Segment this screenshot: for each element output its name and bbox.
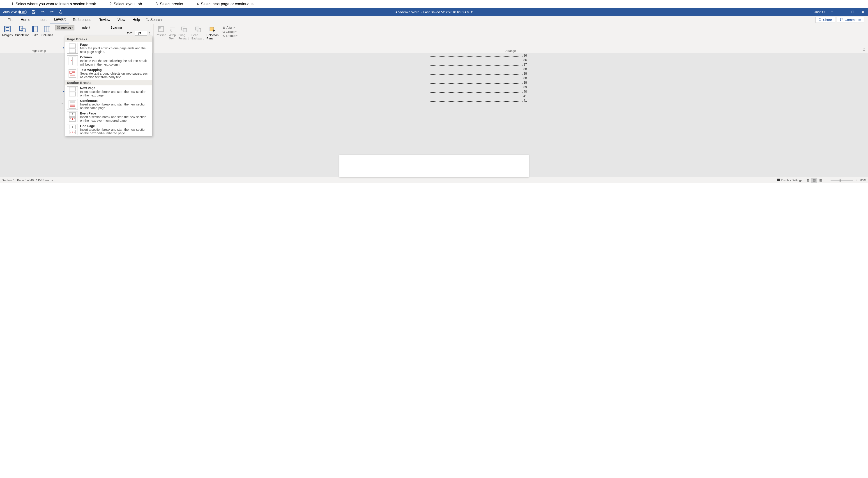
- share-icon: [818, 18, 822, 22]
- zoom-out-button[interactable]: −: [826, 178, 828, 182]
- rotate-button[interactable]: ⟲ Rotate ▾: [223, 34, 238, 38]
- indent-label: Indent: [82, 26, 90, 29]
- zoom-level[interactable]: 80%: [860, 178, 866, 182]
- tab-file[interactable]: File: [4, 16, 17, 23]
- chevron-down-icon: ▾: [72, 27, 73, 29]
- search-icon: [146, 18, 149, 22]
- breaks-button[interactable]: Breaks ▾: [55, 25, 74, 30]
- chevron-right-icon: ▸: [63, 46, 65, 49]
- group-button[interactable]: ⧉ Group ▾: [223, 30, 238, 34]
- tab-view[interactable]: View: [114, 16, 129, 23]
- columns-button[interactable]: Columns: [41, 25, 53, 49]
- break-option-page[interactable]: ▸ PageMark the point at which one page e…: [65, 42, 152, 55]
- bring-forward-icon: [180, 25, 188, 33]
- break-option-even-page[interactable]: 24 Even PageInsert a section break and s…: [65, 111, 152, 123]
- wrap-text-button[interactable]: Wrap Text: [168, 25, 176, 40]
- share-button[interactable]: Share: [815, 17, 835, 23]
- size-icon: [32, 25, 39, 33]
- zoom-in-button[interactable]: +: [856, 178, 858, 182]
- monitor-icon: [777, 178, 780, 182]
- status-words[interactable]: 11588 words: [36, 178, 53, 182]
- svg-text:3: 3: [72, 131, 73, 133]
- zoom-slider[interactable]: [831, 180, 853, 181]
- qat-customize-icon[interactable]: ▾: [67, 11, 68, 13]
- rotate-icon: ⟲: [223, 34, 225, 38]
- web-layout-icon[interactable]: ▦: [818, 178, 824, 183]
- tab-layout[interactable]: Layout: [50, 16, 69, 24]
- margins-icon: [4, 25, 11, 33]
- send-backward-icon: [194, 25, 202, 33]
- ribbon-display-icon[interactable]: ▭: [829, 10, 835, 14]
- send-backward-button[interactable]: Send Backward: [191, 25, 204, 40]
- selection-pane-icon: [209, 25, 216, 33]
- break-option-column[interactable]: ColumnIndicate that the text following t…: [65, 55, 152, 67]
- position-button[interactable]: Position: [156, 25, 166, 37]
- close-icon[interactable]: ✕: [860, 10, 866, 14]
- tab-help[interactable]: Help: [129, 16, 144, 23]
- svg-rect-9: [44, 26, 50, 32]
- svg-rect-12: [57, 26, 59, 27]
- even-page-break-icon: 24: [67, 111, 78, 123]
- selection-pane-button[interactable]: Selection Pane: [207, 25, 219, 40]
- tab-insert[interactable]: Insert: [34, 16, 50, 23]
- size-button[interactable]: Size: [32, 25, 39, 49]
- bring-forward-button[interactable]: Bring Forward: [178, 25, 189, 40]
- status-section[interactable]: Section: 1: [2, 178, 15, 182]
- spinner-before[interactable]: ▲▼: [149, 32, 150, 35]
- tab-review[interactable]: Review: [95, 16, 114, 23]
- comments-button[interactable]: Comments: [837, 17, 864, 23]
- save-icon[interactable]: [31, 10, 36, 14]
- page-break-icon: [67, 43, 78, 54]
- svg-text:4: 4: [72, 118, 73, 121]
- document-title[interactable]: Academia Word - Last Saved 5/12/2018 6:4…: [395, 10, 473, 14]
- break-option-continuous[interactable]: ContinuousInsert a section break and sta…: [65, 98, 152, 111]
- instructions-row: 1. Select where you want to insert a sec…: [0, 0, 868, 8]
- toggle-icon[interactable]: Off: [18, 10, 27, 14]
- svg-rect-19: [183, 29, 186, 32]
- user-name[interactable]: John O: [814, 10, 825, 14]
- svg-rect-4: [6, 28, 9, 31]
- text-wrapping-break-icon: [67, 68, 78, 79]
- statusbar: Section: 1 Page 3 of 49 11588 words Disp…: [0, 177, 868, 183]
- collapse-ribbon-icon[interactable]: [862, 47, 866, 52]
- maximize-icon[interactable]: ☐: [849, 10, 856, 14]
- spacing-before-input[interactable]: [135, 31, 147, 36]
- svg-rect-41: [777, 179, 780, 181]
- print-layout-icon[interactable]: ▤: [811, 178, 817, 183]
- titlebar: AutoSave Off ▾ Academia Word - Last Save…: [0, 8, 868, 16]
- toc-entry: 38: [430, 80, 527, 85]
- page-breaks-header: Page Breaks: [65, 36, 152, 42]
- page[interactable]: [339, 155, 529, 177]
- status-page[interactable]: Page 3 of 49: [17, 178, 34, 182]
- touch-mode-icon[interactable]: [58, 10, 63, 14]
- autosave-toggle[interactable]: AutoSave Off: [2, 10, 28, 14]
- comment-icon: [840, 18, 843, 22]
- search-box[interactable]: Search: [146, 18, 162, 22]
- minimize-icon[interactable]: ─: [839, 10, 845, 14]
- tab-home[interactable]: Home: [17, 16, 34, 23]
- continuous-break-icon: [67, 99, 78, 110]
- before-label: fore:: [124, 31, 133, 35]
- display-settings-button[interactable]: Display Settings: [777, 178, 802, 182]
- break-option-next-page[interactable]: ▸ Next PageInsert a section break and st…: [65, 86, 152, 98]
- section-breaks-header: Section Breaks: [65, 80, 152, 86]
- orientation-button[interactable]: Orientation: [15, 25, 29, 49]
- undo-icon[interactable]: [40, 10, 45, 14]
- read-mode-icon[interactable]: ▥: [805, 178, 811, 183]
- instruction-3: 3. Select breaks: [156, 2, 183, 6]
- toc-entry: 39: [430, 85, 527, 89]
- svg-rect-13: [57, 28, 59, 29]
- svg-point-0: [146, 18, 148, 20]
- breaks-dropdown: Page Breaks ▸ PageMark the point at whic…: [65, 36, 152, 136]
- break-option-text-wrapping[interactable]: Text WrappingSeparate text around object…: [65, 67, 152, 80]
- svg-rect-30: [69, 87, 75, 91]
- svg-text:1: 1: [72, 126, 73, 128]
- tab-references[interactable]: References: [69, 16, 95, 23]
- margins-button[interactable]: Margins: [2, 25, 12, 49]
- group-icon: ⧉: [223, 30, 225, 34]
- instruction-1: 1. Select where you want to insert a sec…: [11, 2, 96, 6]
- chevron-down-icon[interactable]: ▾: [471, 10, 473, 14]
- redo-icon[interactable]: [50, 10, 54, 14]
- align-button[interactable]: ▦ Align ▾: [223, 26, 238, 29]
- break-option-odd-page[interactable]: 13 Odd PageInsert a section break and st…: [65, 123, 152, 136]
